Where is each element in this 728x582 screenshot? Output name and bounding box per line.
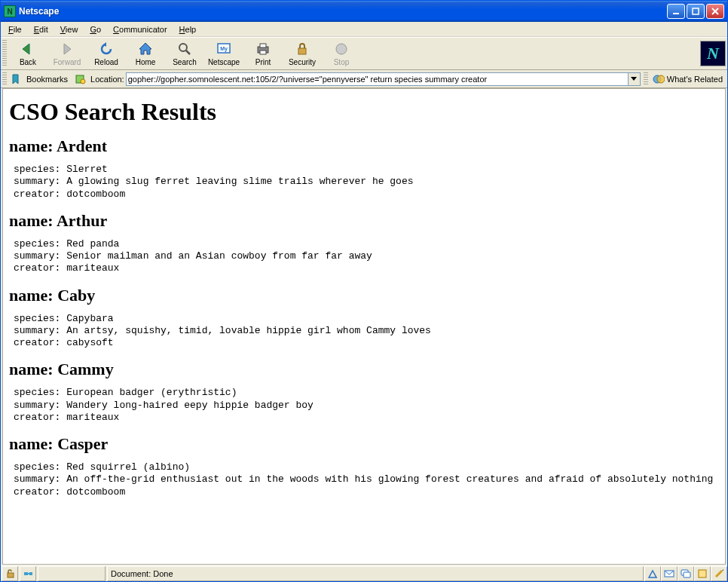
svg-rect-29 xyxy=(684,572,690,577)
svg-point-8 xyxy=(179,44,187,51)
result-details: species: Slerret summary: A glowing slug… xyxy=(14,164,719,201)
home-button[interactable]: Home xyxy=(126,38,165,69)
home-icon xyxy=(137,41,154,57)
forward-icon xyxy=(59,41,75,57)
svg-point-16 xyxy=(336,44,347,54)
print-icon xyxy=(255,41,271,57)
whats-related-label: What's Related xyxy=(667,75,723,84)
netscape-label: Netscape xyxy=(208,58,240,66)
svg-rect-1 xyxy=(693,8,699,14)
result-name-heading: name: Arthur xyxy=(9,211,719,231)
window-titlebar: N Netscape xyxy=(1,1,727,22)
page-title: CSO Search Results xyxy=(9,98,719,126)
back-button[interactable]: Back xyxy=(8,38,47,69)
location-bar: Bookmarks Location: What's Related xyxy=(1,70,727,88)
menu-view[interactable]: View xyxy=(54,23,84,35)
svg-marker-19 xyxy=(631,77,637,81)
print-label: Print xyxy=(255,58,271,66)
security-label: Security xyxy=(289,58,316,66)
app-icon: N xyxy=(4,5,16,17)
reload-label: Reload xyxy=(94,58,118,66)
reload-button[interactable]: Reload xyxy=(87,38,126,69)
component-bar xyxy=(644,566,727,581)
result-name-heading: name: Caby xyxy=(9,286,719,305)
netscape-button[interactable]: My Netscape xyxy=(204,38,243,69)
locbar-grip[interactable] xyxy=(2,72,7,86)
menu-help[interactable]: Help xyxy=(173,23,203,35)
svg-point-18 xyxy=(81,79,85,84)
navigator-tray-icon[interactable] xyxy=(644,566,661,581)
maximize-button[interactable] xyxy=(687,4,705,19)
result-name-heading: name: Casper xyxy=(9,434,719,454)
home-label: Home xyxy=(136,58,156,66)
netscape-icon: My xyxy=(216,41,232,57)
maximize-icon xyxy=(692,8,699,15)
location-dropdown[interactable] xyxy=(629,72,641,86)
stop-icon xyxy=(333,41,350,57)
menu-go[interactable]: Go xyxy=(84,23,107,35)
location-label: Location: xyxy=(89,75,126,84)
search-label: Search xyxy=(173,58,197,66)
toolbar-grip[interactable] xyxy=(2,40,7,67)
search-icon xyxy=(176,41,193,57)
online-icon xyxy=(23,568,32,579)
composer-tray-icon[interactable] xyxy=(711,566,727,581)
reload-icon xyxy=(98,41,115,57)
location-input[interactable] xyxy=(126,72,629,86)
svg-text:My: My xyxy=(220,46,228,52)
mail-tray-icon[interactable] xyxy=(661,566,678,581)
forward-button[interactable]: Forward xyxy=(47,38,87,69)
close-icon xyxy=(711,8,719,15)
lock-open-icon xyxy=(5,568,14,579)
svg-rect-24 xyxy=(29,572,32,575)
window-title: Netscape xyxy=(19,6,667,17)
print-button[interactable]: Print xyxy=(243,38,283,69)
addressbook-tray-icon[interactable] xyxy=(694,566,711,581)
security-button[interactable]: Security xyxy=(283,38,322,69)
back-icon xyxy=(20,41,36,57)
menu-communicator[interactable]: Communicator xyxy=(107,23,173,35)
svg-point-21 xyxy=(657,75,665,83)
status-document: Document: Done xyxy=(107,566,644,581)
stop-button[interactable]: Stop xyxy=(322,38,361,69)
svg-marker-4 xyxy=(23,44,29,54)
svg-line-9 xyxy=(186,51,190,54)
menu-edit[interactable]: Edit xyxy=(28,23,54,35)
svg-rect-15 xyxy=(298,48,306,54)
minimize-icon xyxy=(672,8,680,15)
menubar: File Edit View Go Communicator Help xyxy=(1,22,727,37)
svg-rect-23 xyxy=(24,572,28,575)
status-progress-cell xyxy=(38,566,106,581)
svg-marker-7 xyxy=(139,43,151,54)
result-details: species: Red panda summary: Senior mailm… xyxy=(14,238,719,275)
discussion-tray-icon[interactable] xyxy=(678,566,694,581)
result-details: species: Capybara summary: An artsy, squ… xyxy=(14,313,719,350)
svg-marker-5 xyxy=(64,44,71,54)
locbar-grip-2[interactable] xyxy=(644,72,648,86)
result-name-heading: name: Ardent xyxy=(9,136,719,156)
location-icon xyxy=(75,73,87,85)
forward-label: Forward xyxy=(54,58,81,66)
svg-line-31 xyxy=(716,571,722,577)
close-button[interactable] xyxy=(706,4,724,19)
bookmarks-label[interactable]: Bookmarks xyxy=(25,75,69,84)
result-details: species: European badger (erythristic) s… xyxy=(14,387,719,424)
stop-label: Stop xyxy=(334,58,350,66)
netscape-logo: N xyxy=(700,41,726,66)
minimize-button[interactable] xyxy=(667,4,685,19)
status-security-cell[interactable] xyxy=(2,566,18,581)
svg-rect-22 xyxy=(8,573,14,577)
result-details: species: Red squirrel (albino) summary: … xyxy=(14,461,719,498)
svg-rect-13 xyxy=(260,44,266,47)
menu-file[interactable]: File xyxy=(2,23,28,35)
status-online-cell[interactable] xyxy=(20,566,36,581)
svg-marker-26 xyxy=(649,571,656,577)
result-name-heading: name: Cammy xyxy=(9,360,719,379)
search-button[interactable]: Search xyxy=(165,38,204,69)
bookmarks-icon[interactable] xyxy=(11,73,23,85)
toolbar: Back Forward Reload Home Search My Netsc… xyxy=(1,37,727,70)
page-content[interactable]: CSO Search Results name: Ardentspecies: … xyxy=(3,89,725,564)
whats-related-button[interactable]: What's Related xyxy=(650,73,726,85)
security-icon xyxy=(294,41,310,57)
svg-marker-32 xyxy=(722,569,723,571)
